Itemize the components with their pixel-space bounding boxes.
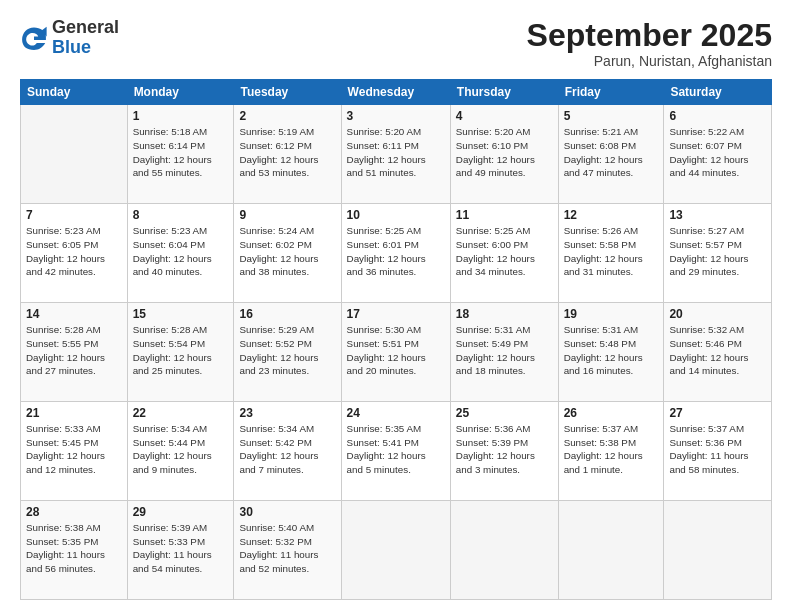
page-header: General Blue September 2025 Parun, Nuris…	[20, 18, 772, 69]
column-header-monday: Monday	[127, 80, 234, 105]
logo: General Blue	[20, 18, 119, 58]
column-header-wednesday: Wednesday	[341, 80, 450, 105]
column-header-sunday: Sunday	[21, 80, 128, 105]
logo-general-text: General	[52, 17, 119, 37]
calendar-cell: 10Sunrise: 5:25 AM Sunset: 6:01 PM Dayli…	[341, 204, 450, 303]
day-number: 22	[133, 406, 229, 420]
calendar-cell: 2Sunrise: 5:19 AM Sunset: 6:12 PM Daylig…	[234, 105, 341, 204]
day-info: Sunrise: 5:28 AM Sunset: 5:55 PM Dayligh…	[26, 323, 122, 378]
calendar-cell	[558, 501, 664, 600]
calendar-cell: 23Sunrise: 5:34 AM Sunset: 5:42 PM Dayli…	[234, 402, 341, 501]
day-info: Sunrise: 5:37 AM Sunset: 5:36 PM Dayligh…	[669, 422, 766, 477]
day-info: Sunrise: 5:20 AM Sunset: 6:10 PM Dayligh…	[456, 125, 553, 180]
day-number: 20	[669, 307, 766, 321]
day-info: Sunrise: 5:20 AM Sunset: 6:11 PM Dayligh…	[347, 125, 445, 180]
day-number: 17	[347, 307, 445, 321]
column-header-saturday: Saturday	[664, 80, 772, 105]
calendar-cell: 17Sunrise: 5:30 AM Sunset: 5:51 PM Dayli…	[341, 303, 450, 402]
calendar-week-row: 21Sunrise: 5:33 AM Sunset: 5:45 PM Dayli…	[21, 402, 772, 501]
month-title: September 2025	[527, 18, 772, 53]
calendar-cell: 9Sunrise: 5:24 AM Sunset: 6:02 PM Daylig…	[234, 204, 341, 303]
calendar-cell: 22Sunrise: 5:34 AM Sunset: 5:44 PM Dayli…	[127, 402, 234, 501]
title-block: September 2025 Parun, Nuristan, Afghanis…	[527, 18, 772, 69]
day-number: 14	[26, 307, 122, 321]
calendar-week-row: 28Sunrise: 5:38 AM Sunset: 5:35 PM Dayli…	[21, 501, 772, 600]
calendar-cell: 29Sunrise: 5:39 AM Sunset: 5:33 PM Dayli…	[127, 501, 234, 600]
calendar-week-row: 1Sunrise: 5:18 AM Sunset: 6:14 PM Daylig…	[21, 105, 772, 204]
calendar-cell	[450, 501, 558, 600]
day-info: Sunrise: 5:29 AM Sunset: 5:52 PM Dayligh…	[239, 323, 335, 378]
calendar-cell: 13Sunrise: 5:27 AM Sunset: 5:57 PM Dayli…	[664, 204, 772, 303]
column-header-friday: Friday	[558, 80, 664, 105]
calendar-cell: 7Sunrise: 5:23 AM Sunset: 6:05 PM Daylig…	[21, 204, 128, 303]
day-info: Sunrise: 5:18 AM Sunset: 6:14 PM Dayligh…	[133, 125, 229, 180]
day-number: 27	[669, 406, 766, 420]
day-info: Sunrise: 5:25 AM Sunset: 6:00 PM Dayligh…	[456, 224, 553, 279]
column-header-tuesday: Tuesday	[234, 80, 341, 105]
day-number: 2	[239, 109, 335, 123]
day-info: Sunrise: 5:37 AM Sunset: 5:38 PM Dayligh…	[564, 422, 659, 477]
day-info: Sunrise: 5:30 AM Sunset: 5:51 PM Dayligh…	[347, 323, 445, 378]
day-info: Sunrise: 5:26 AM Sunset: 5:58 PM Dayligh…	[564, 224, 659, 279]
day-number: 21	[26, 406, 122, 420]
day-info: Sunrise: 5:31 AM Sunset: 5:49 PM Dayligh…	[456, 323, 553, 378]
day-info: Sunrise: 5:27 AM Sunset: 5:57 PM Dayligh…	[669, 224, 766, 279]
calendar-cell: 21Sunrise: 5:33 AM Sunset: 5:45 PM Dayli…	[21, 402, 128, 501]
day-info: Sunrise: 5:38 AM Sunset: 5:35 PM Dayligh…	[26, 521, 122, 576]
calendar-cell: 16Sunrise: 5:29 AM Sunset: 5:52 PM Dayli…	[234, 303, 341, 402]
calendar-cell: 18Sunrise: 5:31 AM Sunset: 5:49 PM Dayli…	[450, 303, 558, 402]
day-number: 8	[133, 208, 229, 222]
day-number: 18	[456, 307, 553, 321]
day-number: 7	[26, 208, 122, 222]
day-info: Sunrise: 5:40 AM Sunset: 5:32 PM Dayligh…	[239, 521, 335, 576]
calendar-cell	[664, 501, 772, 600]
calendar-cell: 26Sunrise: 5:37 AM Sunset: 5:38 PM Dayli…	[558, 402, 664, 501]
calendar-cell	[341, 501, 450, 600]
day-info: Sunrise: 5:31 AM Sunset: 5:48 PM Dayligh…	[564, 323, 659, 378]
day-number: 11	[456, 208, 553, 222]
day-info: Sunrise: 5:25 AM Sunset: 6:01 PM Dayligh…	[347, 224, 445, 279]
day-number: 23	[239, 406, 335, 420]
day-number: 5	[564, 109, 659, 123]
calendar-cell: 1Sunrise: 5:18 AM Sunset: 6:14 PM Daylig…	[127, 105, 234, 204]
day-info: Sunrise: 5:34 AM Sunset: 5:42 PM Dayligh…	[239, 422, 335, 477]
day-info: Sunrise: 5:23 AM Sunset: 6:04 PM Dayligh…	[133, 224, 229, 279]
day-number: 16	[239, 307, 335, 321]
day-info: Sunrise: 5:24 AM Sunset: 6:02 PM Dayligh…	[239, 224, 335, 279]
calendar-cell: 14Sunrise: 5:28 AM Sunset: 5:55 PM Dayli…	[21, 303, 128, 402]
day-info: Sunrise: 5:32 AM Sunset: 5:46 PM Dayligh…	[669, 323, 766, 378]
calendar-cell: 3Sunrise: 5:20 AM Sunset: 6:11 PM Daylig…	[341, 105, 450, 204]
calendar-cell: 27Sunrise: 5:37 AM Sunset: 5:36 PM Dayli…	[664, 402, 772, 501]
day-number: 10	[347, 208, 445, 222]
calendar-cell: 6Sunrise: 5:22 AM Sunset: 6:07 PM Daylig…	[664, 105, 772, 204]
logo-blue-text: Blue	[52, 37, 91, 57]
day-number: 25	[456, 406, 553, 420]
day-info: Sunrise: 5:19 AM Sunset: 6:12 PM Dayligh…	[239, 125, 335, 180]
calendar-cell: 12Sunrise: 5:26 AM Sunset: 5:58 PM Dayli…	[558, 204, 664, 303]
calendar-cell: 4Sunrise: 5:20 AM Sunset: 6:10 PM Daylig…	[450, 105, 558, 204]
day-number: 12	[564, 208, 659, 222]
day-info: Sunrise: 5:34 AM Sunset: 5:44 PM Dayligh…	[133, 422, 229, 477]
day-info: Sunrise: 5:23 AM Sunset: 6:05 PM Dayligh…	[26, 224, 122, 279]
day-info: Sunrise: 5:39 AM Sunset: 5:33 PM Dayligh…	[133, 521, 229, 576]
calendar-cell: 5Sunrise: 5:21 AM Sunset: 6:08 PM Daylig…	[558, 105, 664, 204]
calendar-cell: 28Sunrise: 5:38 AM Sunset: 5:35 PM Dayli…	[21, 501, 128, 600]
calendar-cell: 30Sunrise: 5:40 AM Sunset: 5:32 PM Dayli…	[234, 501, 341, 600]
day-number: 13	[669, 208, 766, 222]
day-number: 15	[133, 307, 229, 321]
day-info: Sunrise: 5:21 AM Sunset: 6:08 PM Dayligh…	[564, 125, 659, 180]
day-info: Sunrise: 5:28 AM Sunset: 5:54 PM Dayligh…	[133, 323, 229, 378]
day-number: 28	[26, 505, 122, 519]
day-number: 6	[669, 109, 766, 123]
day-number: 24	[347, 406, 445, 420]
day-number: 1	[133, 109, 229, 123]
day-info: Sunrise: 5:33 AM Sunset: 5:45 PM Dayligh…	[26, 422, 122, 477]
calendar-cell: 20Sunrise: 5:32 AM Sunset: 5:46 PM Dayli…	[664, 303, 772, 402]
logo-icon	[20, 24, 48, 52]
day-number: 3	[347, 109, 445, 123]
day-info: Sunrise: 5:35 AM Sunset: 5:41 PM Dayligh…	[347, 422, 445, 477]
day-info: Sunrise: 5:22 AM Sunset: 6:07 PM Dayligh…	[669, 125, 766, 180]
calendar-cell: 25Sunrise: 5:36 AM Sunset: 5:39 PM Dayli…	[450, 402, 558, 501]
calendar-cell	[21, 105, 128, 204]
day-number: 26	[564, 406, 659, 420]
